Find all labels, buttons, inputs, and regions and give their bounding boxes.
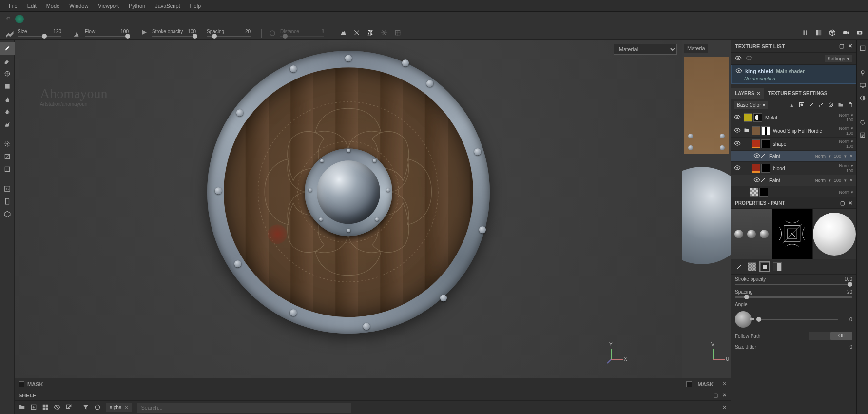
add-effect-icon[interactable]: [789, 102, 795, 109]
brush-tip-icon[interactable]: [5, 28, 15, 38]
menu-python[interactable]: Python: [124, 3, 150, 9]
side-texture-icon[interactable]: [857, 42, 868, 55]
mask-checkbox-left[interactable]: [19, 381, 24, 387]
side-display-icon[interactable]: [857, 79, 868, 92]
render-icon[interactable]: [856, 29, 863, 37]
ts-visibility-one-icon[interactable]: [746, 55, 752, 62]
viewport-2d[interactable]: Materia V U: [682, 40, 731, 378]
layer-checker[interactable]: Norm ▾: [731, 186, 856, 197]
smudge-tool[interactable]: [0, 93, 15, 105]
add-smart-icon[interactable]: [828, 102, 834, 109]
material-picker-tool[interactable]: [0, 118, 15, 131]
shelf-chip-close-icon[interactable]: ✕: [124, 405, 128, 410]
add-folder-icon[interactable]: [838, 102, 844, 109]
ts-visibility-all-icon[interactable]: [735, 55, 742, 62]
material-preview[interactable]: [813, 209, 856, 259]
shelf-search-input[interactable]: [137, 403, 351, 413]
layer-shape[interactable]: shape Norm ▾100: [731, 138, 856, 151]
layer-visibility-icon[interactable]: [734, 140, 742, 148]
pause-icon[interactable]: [802, 29, 809, 37]
add-mask-icon[interactable]: [799, 102, 805, 109]
shelf-folder-icon[interactable]: [19, 404, 25, 412]
panel-undock-icon[interactable]: ▢: [839, 43, 844, 49]
shelf-import-icon[interactable]: [30, 404, 37, 412]
alpha-preview[interactable]: [772, 209, 813, 259]
material-dropdown[interactable]: Material: [614, 44, 677, 55]
shelf-undock-icon[interactable]: ▢: [714, 392, 718, 398]
camera-icon[interactable]: [843, 29, 849, 37]
eraser-tool[interactable]: [0, 55, 15, 67]
channel-alpha-icon[interactable]: [748, 262, 756, 271]
iray-tool-icon[interactable]: I: [0, 163, 15, 176]
shelf-circle-icon[interactable]: [94, 404, 101, 412]
quick-mask-tool-icon[interactable]: [0, 150, 15, 163]
layer-visibility-icon[interactable]: [734, 164, 742, 172]
projection-tool[interactable]: [0, 67, 15, 80]
resources-tool-icon[interactable]: [0, 195, 15, 208]
shelf-grid-icon[interactable]: [42, 404, 49, 412]
lazy-mouse-icon[interactable]: [340, 29, 347, 37]
viewport-mode-icon[interactable]: [815, 29, 822, 37]
brush-size-slider[interactable]: Size120: [18, 29, 61, 37]
properties-close-icon[interactable]: ✕: [849, 200, 852, 206]
straight-line-icon[interactable]: [353, 29, 360, 37]
shelf-hide-icon[interactable]: [54, 404, 60, 412]
spacing-slider[interactable]: Spacing20: [207, 29, 251, 37]
mask-close-icon[interactable]: ✕: [722, 381, 727, 387]
prop-spacing[interactable]: Spacing20: [731, 287, 856, 300]
symmetry-y-icon[interactable]: [381, 29, 387, 37]
layer-visibility-icon[interactable]: [734, 127, 742, 135]
layer-wood[interactable]: Wood Ship Hull Nordic Norm ▾100: [731, 124, 856, 138]
prop-follow-path[interactable]: Follow Path Off: [731, 330, 856, 342]
layer-visibility-icon[interactable]: [734, 114, 742, 121]
shelf-close-icon[interactable]: ✕: [722, 392, 727, 398]
viewport-3d[interactable]: Material Ahomayoun Artstation/ahomayoun: [15, 40, 682, 378]
sublayer-remove-icon[interactable]: ✕: [849, 154, 853, 158]
channel-brush-icon[interactable]: [735, 262, 744, 271]
side-history-icon[interactable]: [857, 116, 868, 129]
layer-metal[interactable]: Metal Norm ▾100: [731, 111, 856, 124]
shelf-filter-icon[interactable]: [82, 404, 89, 412]
shelf-filter-chip[interactable]: alpha✕: [106, 403, 132, 412]
channel-combo[interactable]: Base Color▾: [734, 101, 768, 109]
properties-undock-icon[interactable]: ▢: [840, 200, 845, 206]
symmetry-x-icon[interactable]: [367, 29, 374, 37]
shelf-row-close-icon[interactable]: ✕: [722, 404, 727, 411]
flow-slider[interactable]: Flow100: [85, 29, 129, 37]
panel-close-icon[interactable]: ✕: [848, 43, 852, 49]
layer-visibility-icon[interactable]: [753, 177, 760, 184]
texture-set-item[interactable]: king shield Main shader No description: [731, 65, 856, 84]
menu-help[interactable]: Help: [185, 3, 206, 9]
follow-path-toggle[interactable]: Off: [809, 332, 852, 340]
tab-layers-close-icon[interactable]: ✕: [756, 91, 760, 96]
prop-size-jitter[interactable]: Size Jitter0: [731, 342, 856, 352]
settings-tool-icon[interactable]: [0, 138, 15, 150]
menu-javascript[interactable]: JavaScript: [150, 3, 185, 9]
side-light-icon[interactable]: [857, 66, 868, 79]
symmetry-config-icon[interactable]: [394, 29, 401, 37]
menu-window[interactable]: Window: [64, 3, 93, 9]
menu-viewport[interactable]: Viewport: [93, 3, 124, 9]
brush-preview[interactable]: [731, 209, 772, 259]
menu-edit[interactable]: Edit: [22, 3, 41, 9]
viewport-2d-tab[interactable]: Materia: [684, 44, 708, 53]
channel-stencil-icon[interactable]: [760, 262, 769, 271]
prop-angle[interactable]: 0: [731, 309, 856, 330]
perspective-icon[interactable]: [829, 29, 836, 37]
send-ps-tool-icon[interactable]: Ps: [0, 182, 15, 195]
substance-tool-icon[interactable]: [0, 208, 15, 220]
prop-stroke-opacity[interactable]: Stroke opacity100: [731, 275, 856, 287]
shelf-export-icon[interactable]: [65, 404, 72, 412]
add-paint-icon[interactable]: [818, 102, 824, 109]
angle-dial[interactable]: [735, 311, 752, 328]
menu-file[interactable]: File: [4, 3, 22, 9]
polygon-fill-tool[interactable]: [0, 80, 15, 93]
sublayer-remove-icon[interactable]: ✕: [849, 178, 853, 183]
sublayer-shape-paint[interactable]: Paint Norm ▾ 100 ▾ ✕: [731, 151, 856, 162]
paint-brush-tool[interactable]: [0, 42, 15, 55]
tab-layers[interactable]: LAYERS✕: [731, 88, 764, 99]
undo-icon[interactable]: ↶: [6, 16, 10, 22]
menu-mode[interactable]: Mode: [41, 3, 65, 9]
delete-layer-icon[interactable]: [848, 102, 853, 109]
mask-checkbox-right[interactable]: [686, 381, 692, 387]
